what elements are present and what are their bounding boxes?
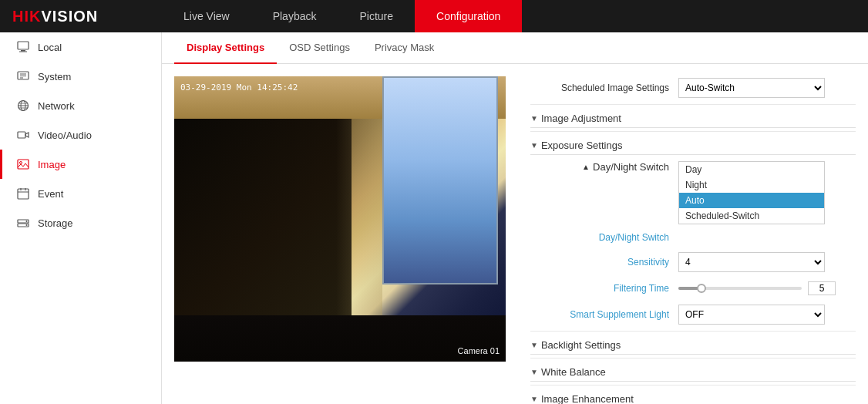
scheduled-image-select[interactable]: Auto-Switch Day Night Scheduled bbox=[678, 78, 825, 98]
day-night-toggle[interactable]: ▲ Day/Night Switch bbox=[530, 161, 669, 173]
section-image-enhancement-label: Image Enhancement bbox=[541, 393, 634, 404]
sidebar: Local System Network Video/Audio Image bbox=[0, 32, 162, 404]
tab-osd-settings[interactable]: OSD Settings bbox=[277, 32, 362, 64]
nav-live-view[interactable]: Live View bbox=[162, 0, 251, 32]
section-exposure-label: Exposure Settings bbox=[541, 140, 623, 151]
day-night-field-row: Day/Night Switch bbox=[530, 227, 856, 247]
sidebar-label-event: Event bbox=[38, 188, 63, 200]
image-icon bbox=[16, 157, 30, 171]
arrow-down-icon-2: ▼ bbox=[530, 141, 538, 150]
camera-preview: 03-29-2019 Mon 14:25:42 Camera 01 bbox=[174, 76, 506, 362]
floor-area bbox=[174, 315, 506, 362]
camera-background bbox=[174, 76, 506, 362]
sidebar-item-event[interactable]: Event bbox=[0, 179, 161, 208]
svg-rect-1 bbox=[21, 50, 25, 52]
sidebar-label-local: Local bbox=[38, 42, 62, 53]
sidebar-item-storage[interactable]: Storage bbox=[0, 208, 161, 237]
option-night[interactable]: Night bbox=[679, 177, 824, 193]
sensitivity-select[interactable]: 4 1 2 3 5 6 7 bbox=[678, 252, 825, 272]
section-backlight[interactable]: ▼ Backlight Settings bbox=[530, 333, 856, 355]
svg-point-15 bbox=[20, 162, 22, 164]
tab-bar: Display Settings OSD Settings Privacy Ma… bbox=[162, 32, 868, 64]
section-white-balance-label: White Balance bbox=[541, 366, 606, 378]
logo: HIKVISION bbox=[0, 8, 162, 25]
logo-red: HIK bbox=[12, 8, 41, 25]
svg-rect-12 bbox=[18, 132, 25, 138]
section-white-balance[interactable]: ▼ White Balance bbox=[530, 360, 856, 382]
camera-label: Camera 01 bbox=[458, 346, 500, 355]
option-day[interactable]: Day bbox=[679, 162, 824, 177]
sensitivity-row: Sensitivity 4 1 2 3 5 6 7 bbox=[530, 247, 856, 277]
sensitivity-label: Sensitivity bbox=[530, 257, 669, 268]
filtering-time-row: Filtering Time bbox=[530, 277, 856, 300]
logo-white: VISION bbox=[41, 8, 98, 25]
video-icon bbox=[16, 128, 30, 142]
svg-rect-16 bbox=[18, 189, 29, 199]
scheduled-image-label: Scheduled Image Settings bbox=[530, 82, 669, 93]
divider-5 bbox=[530, 385, 856, 385]
slider-track[interactable] bbox=[678, 287, 802, 290]
nav-picture[interactable]: Picture bbox=[338, 0, 415, 32]
nav-items: Live View Playback Picture Configuration bbox=[162, 0, 868, 32]
day-night-section: ▲ Day/Night Switch Day Night Auto Schedu… bbox=[530, 158, 856, 227]
camera-timestamp: 03-29-2019 Mon 14:25:42 bbox=[180, 82, 298, 93]
svg-rect-14 bbox=[18, 160, 29, 169]
sidebar-item-system[interactable]: System bbox=[0, 62, 161, 91]
nav-configuration[interactable]: Configuration bbox=[415, 0, 522, 32]
sidebar-label-storage: Storage bbox=[38, 217, 73, 229]
sidebar-label-system: System bbox=[38, 71, 71, 82]
storage-icon bbox=[16, 216, 30, 230]
sidebar-label-image: Image bbox=[38, 159, 66, 170]
layout: Local System Network Video/Audio Image bbox=[0, 32, 868, 404]
filtering-time-value[interactable] bbox=[808, 281, 836, 295]
monitor-icon bbox=[16, 40, 30, 54]
slider-thumb[interactable] bbox=[697, 284, 706, 293]
main-content: Display Settings OSD Settings Privacy Ma… bbox=[162, 32, 868, 404]
smart-supplement-label: Smart Supplement Light bbox=[530, 309, 669, 320]
option-auto[interactable]: Auto bbox=[679, 193, 824, 208]
nav-playback[interactable]: Playback bbox=[251, 0, 338, 32]
arrow-up-icon: ▲ bbox=[582, 163, 590, 171]
system-icon bbox=[16, 69, 30, 83]
sidebar-item-local[interactable]: Local bbox=[0, 32, 161, 62]
filtering-time-slider bbox=[678, 281, 836, 295]
sidebar-label-video-audio: Video/Audio bbox=[38, 130, 92, 141]
smart-supplement-row: Smart Supplement Light OFF ON Auto bbox=[530, 300, 856, 329]
arrow-down-icon-3: ▼ bbox=[530, 341, 538, 349]
filtering-time-label: Filtering Time bbox=[530, 283, 669, 294]
section-backlight-label: Backlight Settings bbox=[541, 339, 621, 351]
svg-rect-0 bbox=[18, 42, 29, 49]
arrow-down-icon: ▼ bbox=[530, 114, 538, 123]
arrow-down-icon-4: ▼ bbox=[530, 368, 538, 376]
calendar-icon bbox=[16, 187, 30, 200]
tab-privacy-mask[interactable]: Privacy Mask bbox=[362, 32, 446, 64]
sidebar-item-network[interactable]: Network bbox=[0, 91, 161, 120]
sidebar-label-network: Network bbox=[38, 100, 75, 112]
day-night-section-label: Day/Night Switch bbox=[593, 161, 669, 173]
divider-4 bbox=[530, 358, 856, 359]
section-exposure-settings[interactable]: ▼ Exposure Settings bbox=[530, 133, 856, 155]
day-night-section-spacer: ▲ Day/Night Switch bbox=[530, 161, 669, 173]
globe-icon bbox=[16, 99, 30, 113]
svg-point-23 bbox=[26, 224, 28, 226]
day-night-dropdown[interactable]: Day Night Auto Scheduled-Switch bbox=[678, 161, 825, 224]
arrow-down-icon-5: ▼ bbox=[530, 395, 538, 403]
svg-point-22 bbox=[26, 221, 28, 222]
sidebar-item-video-audio[interactable]: Video/Audio bbox=[0, 120, 161, 150]
scheduled-image-row: Scheduled Image Settings Auto-Switch Day… bbox=[530, 73, 856, 103]
svg-rect-2 bbox=[19, 52, 27, 52]
section-image-adjustment-label: Image Adjustment bbox=[541, 113, 621, 124]
day-night-field-label: Day/Night Switch bbox=[530, 232, 669, 243]
smart-supplement-select[interactable]: OFF ON Auto bbox=[678, 305, 825, 325]
option-scheduled-switch[interactable]: Scheduled-Switch bbox=[679, 208, 824, 224]
divider-2 bbox=[530, 131, 856, 132]
tab-display-settings[interactable]: Display Settings bbox=[174, 32, 277, 64]
settings-panel: Scheduled Image Settings Auto-Switch Day… bbox=[518, 70, 868, 404]
sidebar-item-image[interactable]: Image bbox=[0, 150, 161, 179]
divider-1 bbox=[530, 104, 856, 105]
content-area: 03-29-2019 Mon 14:25:42 Camera 01 Schedu… bbox=[162, 64, 868, 404]
window-area bbox=[382, 76, 498, 284]
section-image-enhancement[interactable]: ▼ Image Enhancement bbox=[530, 387, 856, 404]
top-nav: HIKVISION Live View Playback Picture Con… bbox=[0, 0, 868, 32]
section-image-adjustment[interactable]: ▼ Image Adjustment bbox=[530, 106, 856, 128]
